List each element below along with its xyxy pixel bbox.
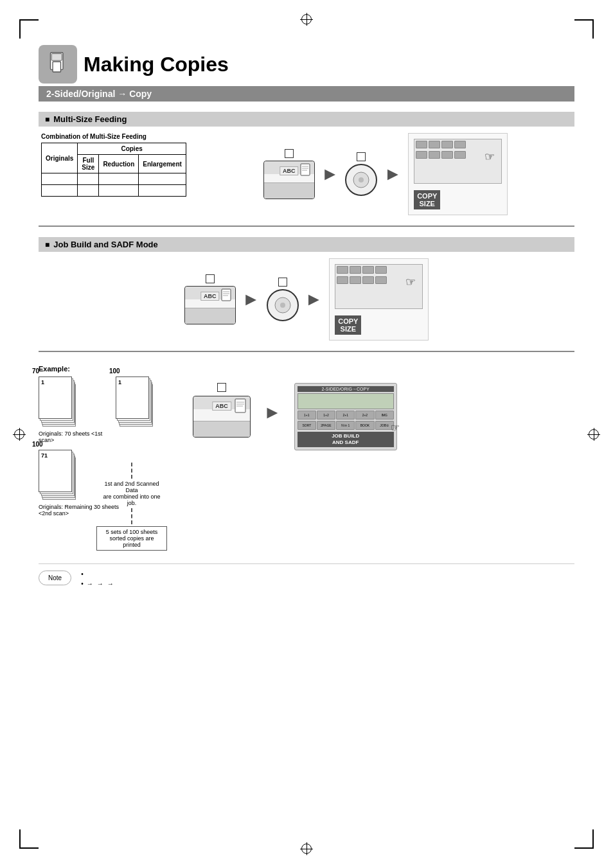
copies-table: Originals Copies Full Size Reduction Enl… — [41, 143, 186, 197]
section-header-multi-size: Multi-Size Feeding — [39, 112, 574, 127]
crosshair-bottom — [300, 842, 313, 855]
svg-rect-1 — [53, 62, 60, 72]
arrow-2: ► — [384, 164, 402, 184]
fcp-btn: SORT — [298, 421, 316, 430]
fcp-btn: 2+1 — [336, 411, 355, 420]
combined-label: 1st and 2nd Scanned Dataare combined int… — [100, 481, 164, 506]
svg-point-14 — [280, 303, 285, 308]
example-section: Example: 70 1 — [39, 365, 574, 551]
crosshair-left — [13, 428, 26, 441]
dashed-line-1 — [131, 463, 132, 479]
bottom-note-content: • • → → → — [81, 571, 114, 587]
multi-size-table-area: Combination of Multi-Size Feeding Origin… — [41, 133, 186, 197]
abc-label-3: ABC — [212, 402, 231, 411]
result-box: 5 sets of 100 sheetssorted copies are pr… — [96, 526, 167, 551]
fcp-btn: 2PAGE — [317, 421, 335, 430]
section-header-job-build: Job Build and SADF Mode — [39, 237, 574, 252]
fcp-btn: 2+2 — [355, 411, 374, 420]
col-full-size: Full Size — [78, 155, 99, 173]
scanner-1: ABC — [263, 161, 315, 199]
svg-rect-3 — [301, 164, 310, 175]
checkbox-4 — [278, 278, 287, 287]
col-originals: Originals — [42, 143, 78, 173]
scanner-2: ABC — [184, 286, 236, 324]
crosshair-right — [587, 428, 600, 441]
section-divider-1 — [39, 226, 574, 227]
stack-100-out: 100 1 — [116, 376, 167, 428]
corner-mark-tr — [574, 19, 594, 39]
arrow-3: ► — [242, 289, 260, 310]
fcp-btn: 1+2 — [317, 411, 335, 420]
stack-70-label: 70 — [32, 368, 39, 375]
label-remaining: Originals: Remaining 30 sheets <2nd scan… — [39, 504, 122, 517]
section-divider-2 — [39, 351, 574, 352]
section-heading-job-build: Job Build and SADF Mode — [53, 240, 158, 249]
arrow-1: ► — [321, 164, 339, 184]
corner-mark-tl — [19, 19, 39, 39]
fcp-btn-grid-2: SORT 2PAGE N in 1 BOOK JOB② — [298, 421, 394, 430]
checkbox-2 — [357, 152, 366, 161]
abc-label-2: ABC — [200, 292, 220, 301]
job-build-label: JOB BUILDAND SADF — [298, 432, 394, 447]
panel-screen-2: ☞ — [335, 264, 423, 309]
scanner-3: ABC — [193, 396, 251, 438]
fcp-btn: 1+1 — [298, 411, 316, 420]
svg-rect-2 — [51, 54, 62, 61]
fcp-btn: BOOK — [355, 421, 374, 430]
example-scanner-area: ABC — [193, 383, 251, 438]
stack-70: 70 1 Originals: 70 sheets <1st scan> — [39, 376, 90, 443]
col-reduction: Reduction — [99, 155, 139, 173]
note-bullet-2: • → → → — [81, 580, 114, 587]
table-row — [42, 173, 186, 185]
copy-size-label-2: COPYSIZE — [335, 315, 361, 335]
copy-size-panel-2: ☞ COPYSIZE — [329, 258, 429, 341]
corner-mark-bl — [19, 829, 39, 849]
checkbox-1 — [285, 149, 294, 158]
fcp-screen — [298, 393, 394, 409]
job-build-diagram: ABC ► — [41, 258, 572, 341]
arrow-4: ► — [305, 289, 323, 310]
page-title: Making Copies — [84, 54, 229, 75]
subtitle-text: 2-Sided/Original → Copy — [46, 89, 152, 99]
hand-pointer-2: ☞ — [405, 275, 416, 289]
note-bullet-1: • — [81, 571, 114, 578]
label-70-sheets: Originals: 70 sheets <1st scan> — [39, 430, 103, 443]
hand-pointer-1: ☞ — [484, 150, 495, 164]
checkbox-3 — [206, 274, 215, 283]
checkbox-5 — [217, 383, 226, 392]
corner-mark-br — [574, 829, 594, 849]
panel-screen-1: ☞ — [414, 139, 502, 184]
copy-size-label-1: COPYSIZE — [414, 190, 440, 209]
table-row — [42, 185, 186, 197]
job-build-content-row: ABC ► — [41, 258, 572, 341]
crosshair-top — [300, 13, 313, 26]
example-ctrl-panel: 2-SIDED/ORIG→COPY 1+1 1+2 2+1 2+2 IMG SO… — [294, 383, 397, 450]
stack-100-71: 100 71 Originals: Remaining 30 sheets <2… — [39, 450, 90, 517]
finger-pointer-3: ☞ — [391, 421, 400, 434]
header-icon — [39, 45, 77, 84]
fcp-btn-grid-1: 1+1 1+2 2+1 2+2 IMG — [298, 411, 394, 420]
multi-size-diagram: ABC ► — [199, 133, 572, 215]
circle-button-1 — [345, 164, 377, 196]
example-stacks-area: 70 1 Originals: 70 sheets <1st scan> — [39, 376, 180, 551]
dashed-line-2 — [131, 508, 132, 524]
col-enlargement: Enlargement — [139, 155, 186, 173]
page-header: Making Copies — [39, 45, 574, 84]
circle-button-2 — [267, 289, 299, 321]
fcp-btn: N in 1 — [336, 421, 355, 430]
multi-size-content-row: Combination of Multi-Size Feeding Origin… — [41, 133, 572, 215]
fcp-btn: IMG — [375, 411, 394, 420]
label-100-top: 100 — [109, 368, 120, 375]
arrow-5: ► — [263, 402, 281, 423]
col-copies: Copies — [78, 143, 186, 155]
section-heading-multi-size: Multi-Size Feeding — [53, 114, 127, 124]
svg-rect-9 — [222, 289, 231, 301]
copy-size-panel-1: ☞ COPYSIZE — [408, 133, 508, 215]
abc-label-1: ABC — [280, 166, 299, 175]
bottom-note-pill: Note — [39, 571, 71, 585]
table-label: Combination of Multi-Size Feeding — [41, 133, 186, 140]
bottom-note-area: Note • • → → → — [39, 563, 574, 587]
svg-point-8 — [359, 177, 364, 182]
fcp-top-bar: 2-SIDED/ORIG→COPY — [298, 386, 394, 392]
subtitle-bar: 2-Sided/Original → Copy — [39, 86, 574, 102]
